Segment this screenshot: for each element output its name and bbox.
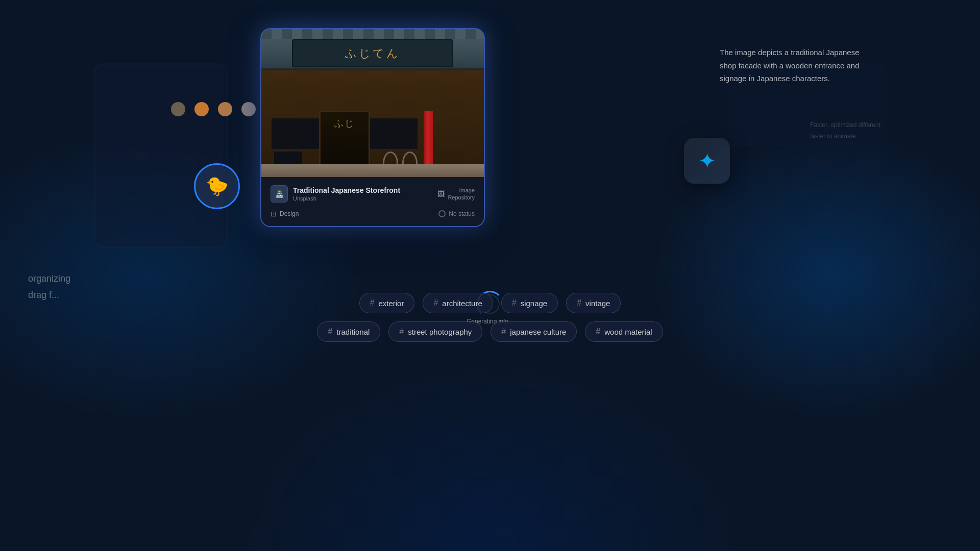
tag-label: vintage xyxy=(585,299,610,308)
right-panel-faded-text: Faster, optimized different faster to an… xyxy=(810,120,880,142)
hash-icon: # xyxy=(433,298,438,308)
category-label: Design xyxy=(280,210,299,217)
tag-vintage[interactable]: # vintage xyxy=(566,293,621,313)
source-avatar-icon: 🏯 xyxy=(275,190,284,198)
tags-row-1: # exterior # architecture # signage # vi… xyxy=(359,293,621,313)
entrance-door: ふじ xyxy=(319,111,370,167)
card-title-text: Traditional Japanese Storefront Unsplash xyxy=(293,186,400,202)
hash-icon: # xyxy=(512,298,517,308)
tags-row-2: # traditional # street photography # jap… xyxy=(317,321,663,342)
card-type-label: Image Repository xyxy=(448,187,475,202)
main-facade: ふじてん ふじ ふじ xyxy=(261,70,484,177)
status-dot-icon xyxy=(438,210,446,217)
tag-traditional[interactable]: # traditional xyxy=(317,321,380,342)
ai-button[interactable]: ✦ xyxy=(684,138,730,184)
status-label: No status xyxy=(449,210,475,217)
tag-wood-material[interactable]: # wood material xyxy=(585,321,663,342)
card-footer: ⊡ Design No status xyxy=(271,210,475,218)
status-badge[interactable]: No status xyxy=(438,210,475,217)
storefront-image: ふじてん ふじてん ふじ ふじ xyxy=(261,29,484,177)
color-dot-2[interactable] xyxy=(218,102,232,116)
color-dot-0[interactable] xyxy=(171,102,185,116)
color-dot-1[interactable] xyxy=(194,102,209,116)
card-title-group: 🏯 Traditional Japanese Storefront Unspla… xyxy=(271,185,400,203)
tag-signage[interactable]: # signage xyxy=(501,293,558,313)
color-dot-3[interactable] xyxy=(241,102,256,116)
card-source-avatar: 🏯 xyxy=(271,185,288,203)
hash-icon: # xyxy=(501,327,506,336)
duck-icon: 🐤 xyxy=(206,176,229,197)
tags-section: # exterior # architecture # signage # vi… xyxy=(0,293,980,342)
hash-icon: # xyxy=(328,327,332,336)
ground xyxy=(261,164,484,177)
tag-label: japanese culture xyxy=(510,328,566,336)
avatar: 🐤 xyxy=(194,163,240,209)
hash-icon: # xyxy=(399,327,404,336)
card-info: 🏯 Traditional Japanese Storefront Unspla… xyxy=(261,177,484,226)
tag-street-photography[interactable]: # street photography xyxy=(388,321,482,342)
card-image: ふじてん ふじてん ふじ ふじ xyxy=(261,29,484,177)
card-header: 🏯 Traditional Japanese Storefront Unspla… xyxy=(271,185,475,203)
hash-icon: # xyxy=(577,298,581,308)
door-text: ふじ xyxy=(321,112,369,130)
tag-label: street photography xyxy=(408,328,472,336)
image-description: The image depicts a traditional Japanese… xyxy=(720,46,878,85)
roof: ふじてん xyxy=(261,29,484,70)
left-panel xyxy=(94,64,227,247)
tag-architecture[interactable]: # architecture xyxy=(423,293,493,313)
tag-exterior[interactable]: # exterior xyxy=(359,293,415,313)
image-type-icon: 🖼 xyxy=(437,190,445,198)
card-source: Unsplash xyxy=(293,195,400,202)
main-sign-banner: ふじてん xyxy=(292,39,453,67)
card-type: 🖼 Image Repository xyxy=(437,187,475,202)
left-text-line1: organizing xyxy=(28,270,70,287)
roof-tiles xyxy=(261,29,484,39)
tag-label: traditional xyxy=(336,328,370,336)
tag-japanese-culture[interactable]: # japanese culture xyxy=(491,321,577,342)
sign-text: ふじてん xyxy=(345,46,400,61)
tag-label: wood material xyxy=(604,328,652,336)
design-icon: ⊡ xyxy=(271,210,277,218)
tag-label: signage xyxy=(521,299,548,308)
main-card: ふじてん ふじてん ふじ ふじ xyxy=(260,28,485,227)
card-category: ⊡ Design xyxy=(271,210,299,218)
tag-label: exterior xyxy=(378,299,404,308)
tag-label: architecture xyxy=(442,299,482,308)
sparkle-icon: ✦ xyxy=(698,148,716,173)
hash-icon: # xyxy=(370,298,375,308)
hash-icon: # xyxy=(596,327,600,336)
card-title: Traditional Japanese Storefront xyxy=(293,186,400,194)
